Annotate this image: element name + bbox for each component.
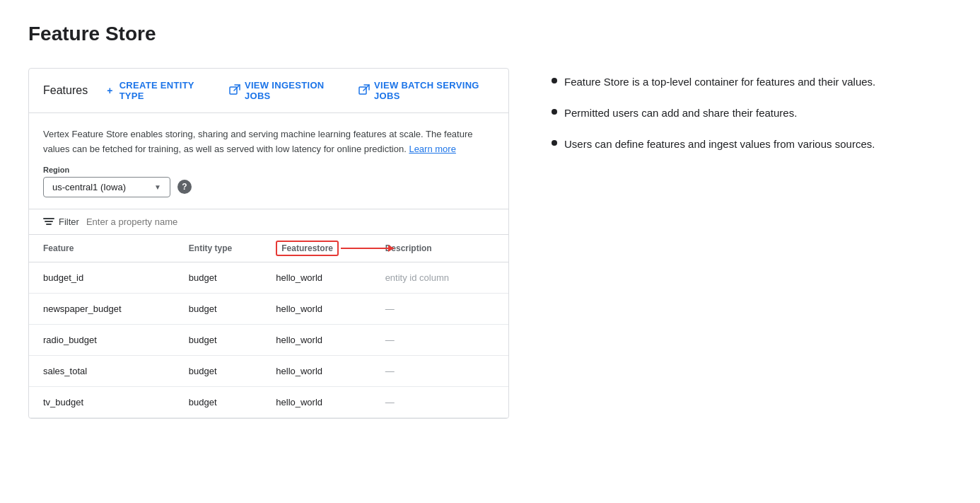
region-value: us-central1 (Iowa): [52, 182, 126, 192]
view-ingestion-jobs-button[interactable]: VIEW INGESTION JOBS: [229, 80, 342, 101]
column-header-entity-type: Entity type: [189, 241, 276, 256]
cell-feature-0: budget_id: [43, 268, 189, 287]
cell-feature-2: radio_budget: [43, 330, 189, 349]
right-panel: Feature Store is a top-level container f…: [552, 68, 952, 167]
cell-entity-type-4: budget: [189, 393, 276, 412]
region-section: Region us-central1 (Iowa) ▼ ?: [43, 166, 494, 197]
table-row: newspaper_budget budget hello_world —: [29, 294, 508, 325]
cell-entity-type-0: budget: [189, 268, 276, 287]
cell-feature-4: tv_budget: [43, 393, 189, 412]
bullet-text-1: Permitted users can add and share their …: [564, 105, 797, 122]
cell-description-4: —: [385, 393, 494, 412]
annotation-arrow: [341, 248, 394, 249]
chevron-down-icon: ▼: [154, 183, 161, 191]
region-label: Region: [43, 166, 494, 174]
table-header-row: Feature Entity type Featurestore Descrip…: [29, 235, 508, 262]
cell-description-3: —: [385, 362, 494, 381]
cell-entity-type-1: budget: [189, 299, 276, 318]
info-bullets: Feature Store is a top-level container f…: [552, 74, 952, 153]
description-section: Vertex Feature Store enables storing, sh…: [29, 113, 508, 209]
filter-icon: [43, 218, 54, 225]
cell-description-1: —: [385, 299, 494, 318]
cell-description-2: —: [385, 330, 494, 349]
cell-featurestore-3: hello_world: [276, 362, 385, 381]
cell-feature-3: sales_total: [43, 362, 189, 381]
description-text: Vertex Feature Store enables storing, sh…: [43, 127, 494, 157]
table-row: budget_id budget hello_world entity id c…: [29, 262, 508, 294]
create-entity-type-label: CREATE ENTITY TYPE: [119, 80, 212, 101]
cell-entity-type-3: budget: [189, 362, 276, 381]
panel-header: Features + CREATE ENTITY TYPE VIEW INGES…: [29, 69, 508, 113]
page-title: Feature Store: [28, 23, 952, 45]
view-ingestion-jobs-label: VIEW INGESTION JOBS: [245, 80, 342, 101]
filter-input[interactable]: [86, 216, 494, 227]
view-batch-serving-jobs-label: VIEW BATCH SERVING JOBS: [374, 80, 494, 101]
external-link-icon-2: [358, 84, 370, 98]
region-dropdown[interactable]: us-central1 (Iowa) ▼: [43, 177, 170, 197]
cell-featurestore-2: hello_world: [276, 330, 385, 349]
bullet-dot: [552, 78, 557, 83]
create-entity-type-button[interactable]: + CREATE ENTITY TYPE: [105, 80, 212, 101]
table-row: radio_budget budget hello_world —: [29, 325, 508, 356]
plus-icon: +: [105, 85, 115, 96]
cell-entity-type-2: budget: [189, 330, 276, 349]
column-header-featurestore: Featurestore: [276, 241, 385, 256]
help-icon[interactable]: ?: [177, 180, 192, 194]
column-header-description: Description: [385, 241, 494, 256]
filter-bar: Filter: [29, 209, 508, 235]
panel-title: Features: [43, 84, 88, 97]
filter-icon-wrap: Filter: [43, 216, 79, 227]
external-link-icon-1: [229, 84, 240, 98]
cell-featurestore-0: hello_world: [276, 268, 385, 287]
table-row: tv_budget budget hello_world —: [29, 387, 508, 418]
view-batch-serving-jobs-button[interactable]: VIEW BATCH SERVING JOBS: [358, 80, 494, 101]
bullet-text-2: Users can define features and ingest val…: [564, 136, 875, 153]
bullet-item-0: Feature Store is a top-level container f…: [552, 74, 952, 91]
features-table: Feature Entity type Featurestore Descrip…: [29, 235, 508, 418]
bullet-item-2: Users can define features and ingest val…: [552, 136, 952, 153]
cell-featurestore-1: hello_world: [276, 299, 385, 318]
main-layout: Features + CREATE ENTITY TYPE VIEW INGES…: [28, 68, 952, 419]
bullet-dot: [552, 109, 557, 115]
filter-label: Filter: [59, 216, 79, 227]
cell-feature-1: newspaper_budget: [43, 299, 189, 318]
bullet-text-0: Feature Store is a top-level container f…: [564, 74, 875, 91]
column-header-feature: Feature: [43, 241, 189, 256]
bullet-dot: [552, 140, 557, 146]
left-panel: Features + CREATE ENTITY TYPE VIEW INGES…: [28, 68, 509, 419]
cell-description-0: entity id column: [385, 268, 494, 287]
learn-more-link[interactable]: Learn more: [409, 144, 455, 154]
bullet-item-1: Permitted users can add and share their …: [552, 105, 952, 122]
table-row: sales_total budget hello_world —: [29, 356, 508, 387]
cell-featurestore-4: hello_world: [276, 393, 385, 412]
region-select-row: us-central1 (Iowa) ▼ ?: [43, 177, 494, 197]
